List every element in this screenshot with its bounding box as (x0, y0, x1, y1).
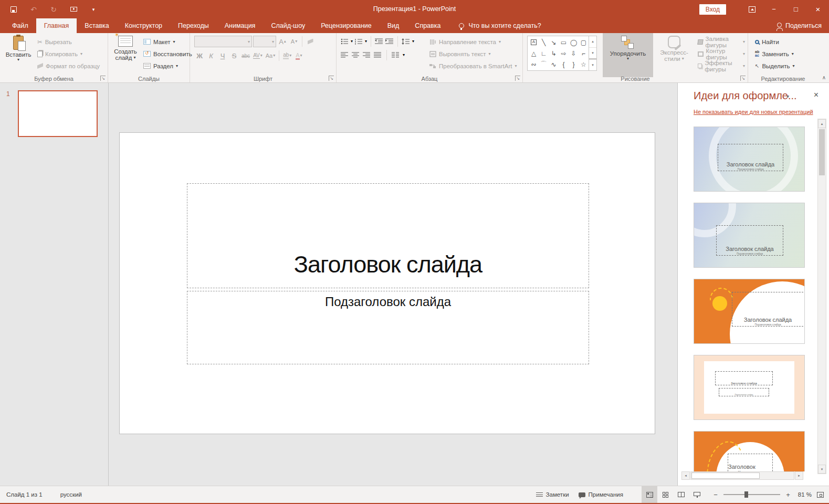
character-spacing-button[interactable]: AV▾ (252, 50, 264, 61)
tab-design[interactable]: Конструктор (117, 18, 170, 33)
shape-effects-button[interactable]: Эффекты фигуры▾ (695, 60, 748, 72)
dismiss-ideas-link[interactable]: Не показывать идеи для новых презентаций (694, 109, 813, 115)
slide-thumbnail-1[interactable] (18, 90, 98, 137)
shape-triangle-icon[interactable]: △ (529, 48, 539, 59)
justify-icon[interactable] (374, 52, 382, 58)
scroll-up-icon[interactable]: ▴ (818, 119, 826, 128)
zoom-slider[interactable] (723, 494, 780, 495)
design-ideas-menu-icon[interactable]: ▾ (786, 93, 789, 99)
vertical-scroll-thumb[interactable] (819, 129, 825, 175)
zoom-slider-thumb[interactable] (744, 491, 748, 498)
tab-transitions[interactable]: Переходы (170, 18, 217, 33)
paste-button[interactable]: Вставить ▾ (4, 33, 33, 77)
clipboard-dialog-launcher-icon[interactable]: ↘ (100, 76, 106, 81)
comments-button[interactable]: Примечания (574, 486, 628, 503)
font-color-button[interactable]: А▾ (293, 50, 304, 61)
slideshow-view-button[interactable] (689, 486, 705, 503)
shape-curve-icon[interactable]: ∿ (549, 59, 559, 70)
convert-to-smartart-button[interactable]: Преобразовать в SmartArt▾ (427, 60, 520, 72)
align-right-icon[interactable] (363, 52, 371, 58)
shape-right-brace-icon[interactable]: } (569, 59, 579, 70)
title-placeholder[interactable]: Заголовок слайда (187, 183, 589, 288)
zoom-in-icon[interactable]: + (784, 491, 792, 499)
paragraph-dialog-launcher-icon[interactable]: ↘ (515, 76, 520, 81)
text-direction-button[interactable]: Направление текста▾ (427, 36, 520, 48)
underline-button[interactable]: Ч (217, 50, 228, 61)
shape-snip-corner-icon[interactable]: ⌐ (579, 48, 589, 59)
minimize-button[interactable]: − (763, 0, 785, 18)
drawing-dialog-launcher-icon[interactable]: ↘ (740, 76, 746, 81)
bullets-icon[interactable] (341, 38, 349, 45)
horizontal-scroll-track[interactable] (690, 471, 794, 480)
close-button[interactable]: × (807, 0, 829, 18)
shape-oval-icon[interactable]: ◯ (569, 37, 579, 48)
shape-scribble-icon[interactable]: ∾ (529, 59, 539, 70)
shape-down-arrow-icon[interactable]: ⇩ (569, 48, 579, 59)
design-idea-thumbnail-1[interactable]: Заголовок слайда Подзаголовок слайда (694, 127, 805, 192)
shape-elbow-arrow-icon[interactable]: ↳ (549, 48, 559, 59)
strikethrough-button[interactable]: S (229, 50, 239, 61)
shape-rounded-rectangle-icon[interactable]: ▢ (579, 37, 589, 48)
normal-view-button[interactable] (642, 486, 657, 503)
reading-view-button[interactable] (673, 486, 689, 503)
slide-editor[interactable]: Заголовок слайда Подзаголовок слайда (119, 132, 655, 434)
shape-elbow-icon[interactable]: ∟ (539, 48, 549, 59)
scroll-right-icon[interactable]: ▸ (795, 471, 803, 480)
section-button[interactable]: Раздел▾ (141, 60, 195, 72)
tab-animations[interactable]: Анимация (217, 18, 264, 33)
ideas-horizontal-scrollbar[interactable]: ◂ ▸ (681, 471, 803, 480)
notes-button[interactable]: Заметки (531, 486, 574, 503)
language-indicator[interactable]: русский (60, 491, 82, 498)
shape-arc-icon[interactable]: ⌒ (539, 59, 549, 70)
align-text-button[interactable]: Выровнять текст▾ (427, 48, 520, 60)
arrange-button[interactable]: Упорядочить ▾ (603, 33, 653, 77)
shape-line-icon[interactable]: ╲ (539, 37, 549, 48)
zoom-level[interactable]: 81 % (792, 491, 812, 498)
tell-me-search[interactable]: Что вы хотите сделать? (459, 18, 541, 33)
grow-font-button[interactable]: А▴ (277, 36, 288, 47)
layout-button[interactable]: Макет▾ (141, 36, 195, 48)
ribbon-display-options-icon[interactable] (741, 0, 763, 18)
quick-styles-button[interactable]: Экспресс- стили▾ (656, 33, 692, 77)
italic-button[interactable]: К (206, 50, 216, 61)
collapse-ribbon-icon[interactable]: ∧ (822, 75, 826, 80)
shape-textbox-icon[interactable]: A (529, 37, 539, 48)
shape-star-icon[interactable]: ☆ (579, 59, 589, 70)
shapes-scroll-down-icon[interactable]: ▾ (589, 48, 596, 59)
shapes-scroll-up-icon[interactable]: ▴ (589, 36, 596, 48)
design-ideas-close-icon[interactable]: × (814, 90, 818, 100)
shape-outline-button[interactable]: Контур фигуры▾ (695, 48, 748, 60)
horizontal-scroll-thumb[interactable] (691, 472, 760, 479)
font-dialog-launcher-icon[interactable]: ↘ (329, 76, 334, 81)
design-idea-thumbnail-4[interactable]: Заголовок слайда Подзаголовок слайда (694, 355, 805, 420)
clear-formatting-button[interactable] (305, 36, 316, 47)
shape-fill-button[interactable]: Заливка фигуры▾ (695, 36, 748, 48)
decrease-indent-icon[interactable] (375, 38, 383, 45)
font-name-combo[interactable]: ▾ (194, 36, 252, 47)
format-painter-button[interactable]: Формат по образцу (35, 60, 102, 72)
text-shadow-button[interactable]: abc (240, 50, 251, 61)
scroll-down-icon[interactable]: ▾ (818, 465, 826, 474)
columns-icon[interactable] (392, 52, 400, 58)
shape-rectangle-icon[interactable]: ▭ (559, 37, 569, 48)
subtitle-placeholder[interactable]: Подзаголовок слайда (187, 291, 589, 364)
align-left-icon[interactable] (341, 52, 349, 58)
font-size-combo[interactable]: ▾ (253, 36, 276, 47)
line-spacing-icon[interactable] (402, 38, 410, 45)
copy-button[interactable]: Копировать ▾ (35, 48, 102, 60)
tab-slideshow[interactable]: Слайд-шоу (263, 18, 313, 33)
design-idea-thumbnail-3[interactable]: Заголовок слайда Подзаголовок слайда (694, 279, 805, 344)
shape-arrow-icon[interactable]: ↘ (549, 37, 559, 48)
cut-button[interactable]: ✂ Вырезать (35, 36, 102, 48)
shrink-font-button[interactable]: А▾ (289, 36, 299, 47)
increase-indent-icon[interactable] (385, 38, 394, 45)
tab-help[interactable]: Справка (407, 18, 448, 33)
tab-review[interactable]: Рецензирование (313, 18, 380, 33)
scroll-left-icon[interactable]: ◂ (681, 471, 690, 480)
slide-sorter-view-button[interactable] (657, 486, 673, 503)
share-button[interactable]: Поделиться (777, 18, 829, 33)
highlight-color-button[interactable]: ab▾ (282, 50, 292, 61)
align-center-icon[interactable] (352, 52, 360, 58)
replace-button[interactable]: abac Заменить▾ (752, 48, 797, 60)
tab-insert[interactable]: Вставка (77, 18, 117, 33)
